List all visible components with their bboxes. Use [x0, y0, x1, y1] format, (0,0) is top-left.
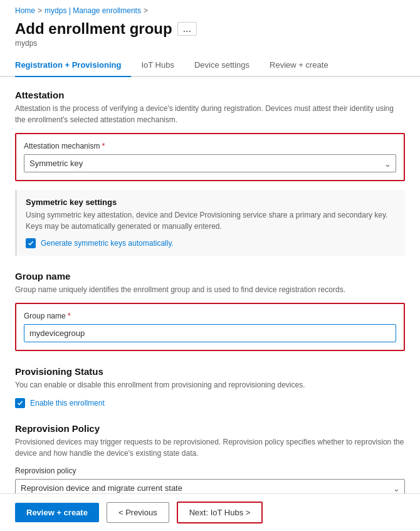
breadcrumb-home[interactable]: Home — [15, 6, 35, 15]
previous-button[interactable]: < Previous — [107, 502, 169, 523]
page-title: Add enrollment group — [15, 20, 172, 38]
attestation-mechanism-label: Attestation mechanism * — [24, 142, 396, 150]
attestation-mechanism-wrapper: Symmetric key X.509 certificates TPM ⌄ — [24, 154, 396, 172]
symmetric-key-description: Using symmetric key attestation, device … — [26, 209, 396, 232]
reprovision-policy-description: Provisioned devices may trigger requests… — [15, 436, 405, 459]
attestation-title: Attestation — [15, 90, 405, 100]
enable-enrollment-label[interactable]: Enable this enrollment — [30, 399, 105, 407]
enable-enrollment-row: Enable this enrollment — [15, 398, 405, 408]
group-name-input[interactable] — [24, 324, 396, 342]
main-content: Attestation Attestation is the process o… — [0, 77, 420, 525]
page-header: Add enrollment group ... mydps — [0, 18, 420, 48]
group-name-description: Group name uniquely identifies the enrol… — [15, 284, 405, 295]
attestation-section: Attestation Attestation is the process o… — [15, 90, 405, 256]
breadcrumb: Home > mydps | Manage enrollments > — [0, 0, 420, 18]
review-create-button[interactable]: Review + create — [15, 503, 99, 522]
group-name-title: Group name — [15, 271, 405, 281]
reprovision-policy-label: Reprovision policy — [15, 466, 405, 475]
generate-keys-checkbox[interactable] — [26, 238, 36, 248]
group-name-field-group: Group name * — [15, 303, 405, 351]
footer: Review + create < Previous Next: IoT Hub… — [0, 493, 420, 531]
reprovision-policy-title: Reprovision Policy — [15, 423, 405, 434]
ellipsis-button[interactable]: ... — [177, 22, 197, 36]
tab-devicesettings[interactable]: Device settings — [184, 55, 260, 76]
breadcrumb-mydps[interactable]: mydps | Manage enrollments — [45, 6, 141, 15]
reprovision-policy-section: Reprovision Policy Provisioned devices m… — [15, 423, 405, 497]
breadcrumb-sep1: > — [38, 6, 42, 15]
page-subtitle: mydps — [15, 39, 405, 48]
generate-keys-label[interactable]: Generate symmetric keys automatically. — [41, 239, 174, 248]
group-name-required-star: * — [66, 312, 71, 320]
generate-keys-row: Generate symmetric keys automatically. — [26, 238, 396, 248]
breadcrumb-sep2: > — [144, 6, 148, 15]
tab-registration[interactable]: Registration + Provisioning — [15, 55, 131, 76]
tab-iothubs[interactable]: IoT Hubs — [131, 55, 184, 76]
provisioning-status-title: Provisioning Status — [15, 366, 405, 377]
group-name-label: Group name * — [24, 312, 396, 320]
required-star: * — [100, 142, 105, 150]
attestation-mechanism-group: Attestation mechanism * Symmetric key X.… — [15, 133, 405, 181]
group-name-section: Group name Group name uniquely identifie… — [15, 271, 405, 351]
attestation-mechanism-select[interactable]: Symmetric key X.509 certificates TPM — [24, 154, 396, 172]
next-iothubs-button[interactable]: Next: IoT Hubs > — [177, 502, 263, 523]
provisioning-status-description: You can enable or disable this enrollmen… — [15, 379, 405, 391]
symmetric-key-settings: Symmetric key settings Using symmetric k… — [15, 190, 405, 256]
enable-enrollment-checkbox[interactable] — [15, 398, 25, 408]
tabs-bar: Registration + Provisioning IoT Hubs Dev… — [0, 55, 420, 77]
symmetric-key-title: Symmetric key settings — [26, 197, 396, 207]
attestation-description: Attestation is the process of verifying … — [15, 103, 405, 125]
tab-reviewcreate[interactable]: Review + create — [260, 55, 339, 76]
provisioning-status-section: Provisioning Status You can enable or di… — [15, 366, 405, 408]
